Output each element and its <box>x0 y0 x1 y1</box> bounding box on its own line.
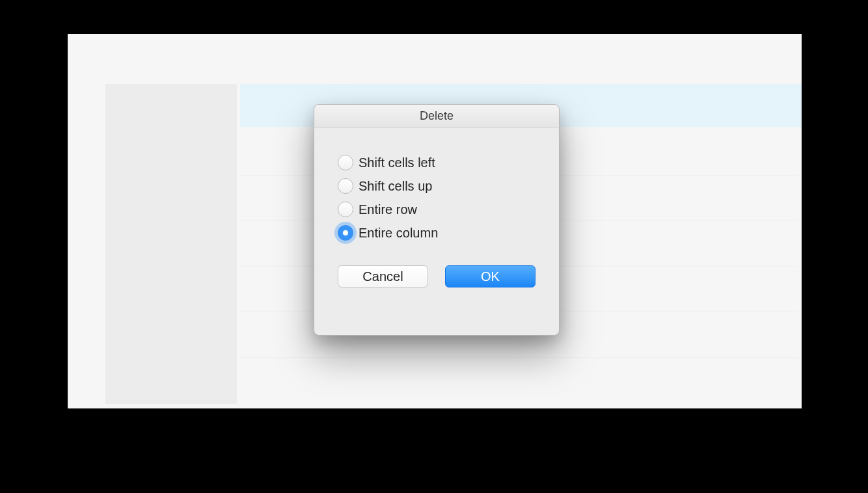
row-label-area <box>105 84 237 404</box>
dialog-title: Delete <box>420 109 454 123</box>
radio-label: Shift cells left <box>359 155 435 170</box>
radio-label: Entire row <box>359 202 417 217</box>
cancel-button[interactable]: Cancel <box>338 265 428 287</box>
ok-button[interactable]: OK <box>445 265 536 287</box>
dialog-body: Shift cells left Shift cells up Entire r… <box>314 127 559 303</box>
radio-icon <box>338 178 353 194</box>
delete-options-group: Shift cells left Shift cells up Entire r… <box>338 155 536 241</box>
ok-button-label: OK <box>481 269 500 284</box>
radio-icon <box>338 202 353 217</box>
column-header-area <box>68 34 802 63</box>
radio-label: Shift cells up <box>359 179 432 194</box>
delete-dialog: Delete Shift cells left Shift cells up E… <box>314 104 560 336</box>
radio-icon <box>338 225 353 241</box>
radio-label: Entire column <box>359 226 438 241</box>
radio-entire-row[interactable]: Entire row <box>338 202 536 217</box>
dialog-button-row: Cancel OK <box>338 265 536 287</box>
dialog-titlebar: Delete <box>314 105 559 127</box>
radio-entire-column[interactable]: Entire column <box>338 225 536 241</box>
radio-shift-cells-up[interactable]: Shift cells up <box>338 178 536 194</box>
radio-shift-cells-left[interactable]: Shift cells left <box>338 155 536 170</box>
cancel-button-label: Cancel <box>362 269 403 284</box>
radio-icon <box>338 155 353 170</box>
